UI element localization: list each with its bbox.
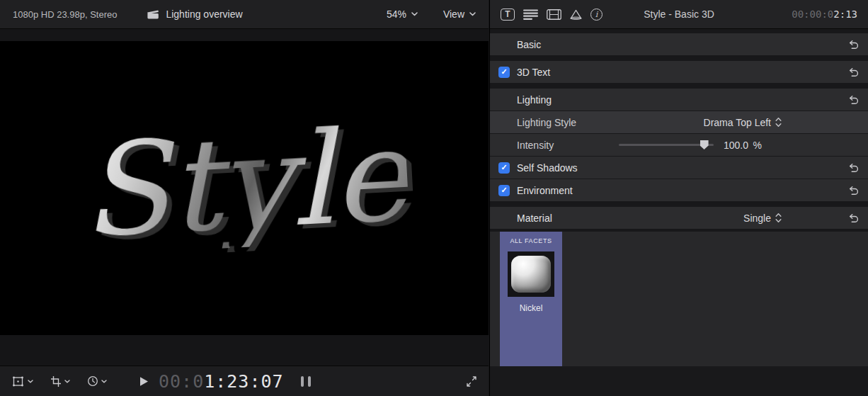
reset-arrow-icon <box>848 67 859 77</box>
environment-checkbox[interactable]: ✓ <box>498 185 510 196</box>
expand-button[interactable] <box>466 376 477 387</box>
chevron-down-icon <box>64 380 70 383</box>
3d-text-checkbox[interactable]: ✓ <box>498 67 510 78</box>
chevron-down-icon <box>469 12 476 16</box>
self-shadows-label: Self Shadows <box>517 162 578 174</box>
reset-arrow-icon <box>848 213 859 222</box>
inspector-tabs: T i <box>501 9 603 21</box>
material-swatch-nickel[interactable]: ALL FACETS Nickel <box>500 232 562 366</box>
basic-label: Basic <box>517 39 541 50</box>
reset-arrow-icon <box>848 163 859 172</box>
nickel-cube-preview <box>511 256 551 293</box>
project-title: Lighting overview <box>166 9 242 20</box>
intensity-slider-thumb[interactable] <box>700 140 709 149</box>
material-thumbnail <box>508 251 554 297</box>
self-shadows-checkbox[interactable]: ✓ <box>498 162 510 174</box>
format-label: 1080p HD 23.98p, Stereo <box>13 9 117 20</box>
view-label: View <box>443 9 464 20</box>
chevron-down-icon <box>101 380 107 383</box>
row-self-shadows[interactable]: ✓ Self Shadows <box>490 157 868 179</box>
material-value: Single <box>743 213 771 224</box>
zoom-value: 54% <box>387 9 406 20</box>
viewer-pane: 1080p HD 23.98p, Stereo Lighting overvie… <box>0 0 489 396</box>
material-label: Material <box>517 213 552 224</box>
audio-meters-icon[interactable] <box>301 376 311 387</box>
retime-dropdown[interactable] <box>87 375 107 387</box>
intensity-value[interactable]: 100.0 <box>724 140 748 151</box>
info-icon: i <box>590 9 603 21</box>
inspector-pane: T i <box>489 0 868 396</box>
tab-generator-inspector[interactable] <box>570 9 582 20</box>
app-window: 1080p HD 23.98p, Stereo Lighting overvie… <box>0 0 868 396</box>
expand-arrows-icon <box>466 376 477 387</box>
view-dropdown[interactable]: View <box>443 9 476 20</box>
play-icon <box>139 376 149 387</box>
crop-icon <box>50 376 62 387</box>
lighting-label: Lighting <box>517 94 552 106</box>
row-intensity[interactable]: Intensity 100.0 % <box>490 134 868 156</box>
material-name: Nickel <box>520 303 543 313</box>
inspector-timecode-dim: 00:00:0 <box>792 9 833 20</box>
chevron-down-icon <box>28 380 33 383</box>
clock-icon <box>87 375 98 387</box>
video-canvas[interactable]: Style <box>0 41 489 335</box>
row-material[interactable]: Material Single <box>490 207 868 229</box>
text-lines-icon <box>523 9 538 20</box>
filmstrip-icon <box>547 9 561 20</box>
inspector-timecode: 00:00:02:13 <box>792 9 857 20</box>
inspector-title: Style - Basic 3D <box>644 9 714 20</box>
material-popup[interactable]: Single <box>743 213 782 224</box>
clapperboard-icon <box>147 9 159 19</box>
reset-button[interactable] <box>848 163 859 172</box>
cone-icon <box>570 9 582 20</box>
row-lighting[interactable]: Lighting <box>490 89 868 111</box>
transform-icon <box>11 376 25 387</box>
row-environment[interactable]: ✓ Environment <box>490 179 868 201</box>
chevron-down-icon <box>411 12 418 16</box>
viewer-toolbar: 1080p HD 23.98p, Stereo Lighting overvie… <box>0 0 489 29</box>
updown-chevrons-icon <box>775 117 782 128</box>
tab-text-inspector[interactable]: T <box>501 9 515 21</box>
inspector-toolbar: T i <box>490 0 868 29</box>
environment-label: Environment <box>517 185 573 196</box>
intensity-unit: % <box>753 140 762 151</box>
reset-arrow-icon <box>848 186 859 195</box>
project-title-group: Lighting overview <box>147 9 242 20</box>
updown-chevrons-icon <box>775 213 782 223</box>
material-well: ALL FACETS Nickel <box>490 232 868 366</box>
zoom-dropdown[interactable]: 54% <box>387 9 418 20</box>
play-button[interactable] <box>139 376 149 387</box>
tab-text-format[interactable] <box>523 9 538 20</box>
reset-arrow-icon <box>848 40 859 49</box>
reset-button[interactable] <box>848 213 859 222</box>
intensity-slider[interactable] <box>619 144 714 146</box>
timecode-dim: 00:0 <box>159 371 204 392</box>
lighting-style-label: Lighting Style <box>517 117 576 128</box>
lighting-style-value: Drama Top Left <box>704 117 771 128</box>
transform-dropdown[interactable] <box>11 376 33 387</box>
playhead-timecode[interactable]: 00:01:23:07 <box>159 371 284 392</box>
canvas-3d-text: Style <box>78 111 411 255</box>
intensity-label: Intensity <box>517 140 554 151</box>
tab-info-inspector[interactable]: i <box>590 9 603 21</box>
timecode-bright: 1:23:07 <box>204 371 283 392</box>
reset-button[interactable] <box>848 95 859 104</box>
row-lighting-style[interactable]: Lighting Style Drama Top Left <box>490 111 868 133</box>
viewer-canvas-area: Style <box>0 29 489 366</box>
row-3d-text[interactable]: ✓ 3D Text <box>490 61 868 83</box>
inspector-timecode-bright: 2:13 <box>833 9 857 20</box>
reset-button[interactable] <box>848 186 859 195</box>
inspector-footer <box>490 366 868 396</box>
reset-button[interactable] <box>848 40 859 49</box>
reset-button[interactable] <box>848 67 859 77</box>
reset-arrow-icon <box>848 95 859 104</box>
lighting-style-popup[interactable]: Drama Top Left <box>704 117 782 128</box>
row-basic[interactable]: Basic <box>490 33 868 55</box>
transport-bar: 00:01:23:07 <box>0 366 489 396</box>
crop-dropdown[interactable] <box>50 376 70 387</box>
3d-text-label: 3D Text <box>517 67 550 78</box>
tab-video-inspector[interactable] <box>547 9 561 20</box>
boxed-t-icon: T <box>501 9 515 21</box>
facets-label: ALL FACETS <box>510 237 552 244</box>
